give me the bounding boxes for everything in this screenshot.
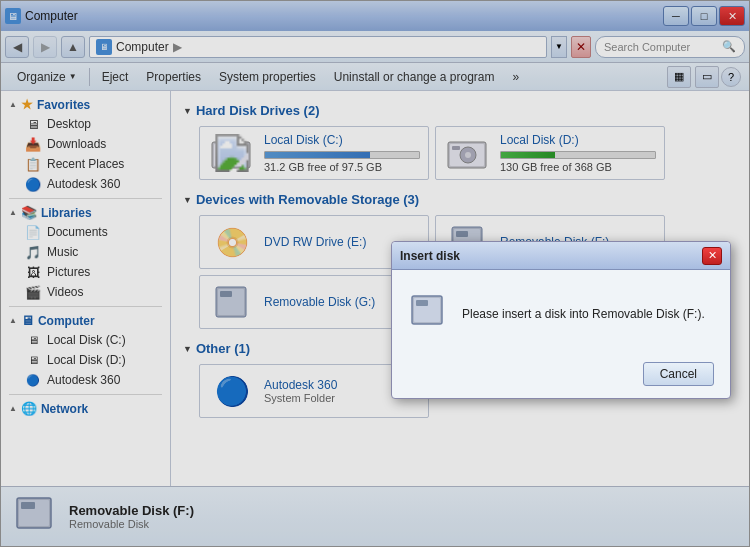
dialog-footer: Cancel [392, 354, 730, 398]
explorer-window: 🖥 Computer ─ □ ✕ ◀ ▶ ▲ 🖥 Computer ▶ ▼ ✕ … [0, 0, 750, 547]
dialog-close-button[interactable]: ✕ [702, 247, 722, 265]
dialog-titlebar: Insert disk ✕ [392, 242, 730, 270]
dialog-title: Insert disk [400, 249, 702, 263]
insert-disk-dialog: Insert disk ✕ Please insert a disk into … [391, 241, 731, 399]
dialog-cancel-button[interactable]: Cancel [643, 362, 714, 386]
dialog-disk-icon [408, 290, 448, 338]
dialog-message: Please insert a disk into Removable Disk… [462, 305, 705, 323]
dialog-body: Please insert a disk into Removable Disk… [392, 270, 730, 354]
dialog-overlay: Insert disk ✕ Please insert a disk into … [1, 1, 749, 546]
svg-rect-29 [416, 300, 428, 306]
